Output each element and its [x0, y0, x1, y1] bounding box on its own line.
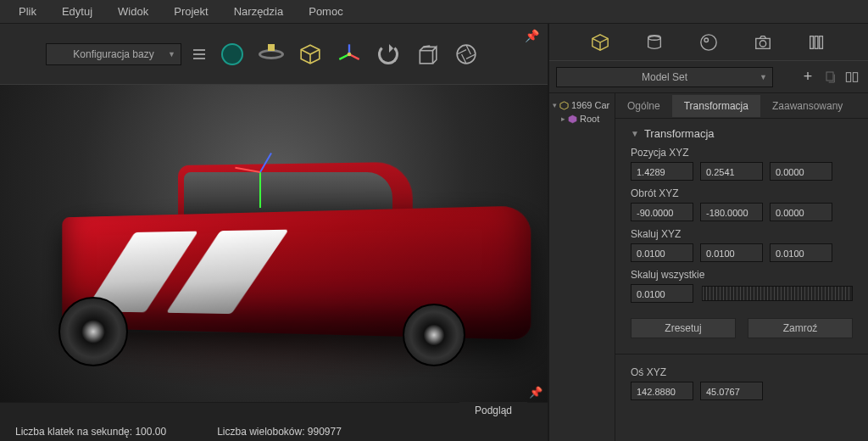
scale-y-input[interactable]: 0.0100 — [700, 243, 763, 262]
axis-x-input[interactable]: 142.8880 — [631, 382, 693, 400]
svg-point-9 — [760, 40, 765, 46]
scale-x-input[interactable]: 0.0100 — [631, 243, 693, 262]
camera-tab-icon[interactable] — [754, 33, 772, 52]
tree-label: Root — [580, 114, 599, 124]
base-config-label: Konfiguracja bazy — [73, 48, 153, 60]
svg-point-1 — [348, 52, 352, 56]
expand-icon[interactable]: ▸ — [561, 114, 565, 123]
scale-all-input[interactable]: 0.0100 — [631, 284, 693, 303]
menu-view[interactable]: Widok — [106, 2, 160, 21]
svg-marker-16 — [560, 101, 568, 109]
scale-label: Skaluj XYZ — [631, 228, 853, 240]
menu-tools[interactable]: Narzędzia — [222, 2, 296, 21]
menu-help[interactable]: Pomoc — [297, 2, 354, 21]
rotation-label: Obrót XYZ — [631, 187, 853, 199]
pin-icon[interactable]: 📌 — [529, 386, 542, 399]
add-icon[interactable]: + — [798, 68, 817, 87]
environment-tab-icon[interactable] — [699, 33, 718, 52]
tab-general[interactable]: Ogólne — [615, 95, 672, 117]
menu-file[interactable]: Plik — [7, 2, 48, 21]
svg-rect-11 — [815, 36, 818, 48]
menu-project[interactable]: Projekt — [162, 2, 220, 21]
svg-rect-12 — [820, 36, 823, 48]
material-tab-icon[interactable] — [645, 33, 664, 52]
model-tab-icon[interactable] — [591, 33, 609, 52]
position-label: Pozycja XYZ — [631, 147, 853, 159]
pos-x-input[interactable]: 1.4289 — [631, 162, 693, 181]
scale-all-label: Skaluj wszystkie — [631, 269, 853, 281]
chevron-down-icon: ▼ — [168, 50, 175, 59]
library-tab-icon[interactable] — [808, 33, 826, 52]
svg-rect-13 — [826, 72, 833, 81]
poly-counter: Liczba wieloboków: 990977 — [217, 426, 342, 438]
viewport-3d[interactable] — [0, 85, 548, 402]
chevron-down-icon: ▼ — [631, 129, 639, 138]
preview-tab[interactable]: Podgląd — [459, 402, 527, 419]
tree-label: 1969 Car — [571, 100, 609, 110]
cube-tool[interactable] — [295, 39, 326, 70]
base-config-dropdown[interactable]: Konfiguracja bazy ▼ — [46, 43, 181, 65]
model-set-dropdown[interactable]: Model Set ▼ — [556, 67, 773, 87]
properties-panel: Ogólne Transformacja Zaawansowany ▼ Tran… — [615, 93, 868, 441]
section-transform[interactable]: ▼ Transformacja — [631, 127, 853, 140]
scale-all-slider[interactable] — [702, 286, 853, 301]
axis-label: Oś XYZ — [631, 366, 853, 378]
rotate-tool[interactable] — [373, 39, 403, 70]
tree-item-root[interactable]: ▸ Root — [553, 112, 611, 126]
list-icon[interactable] — [190, 45, 209, 64]
split-icon[interactable] — [843, 68, 861, 87]
svg-rect-15 — [853, 72, 857, 81]
axis-y-input[interactable]: 45.0767 — [700, 382, 763, 400]
chevron-down-icon: ▼ — [760, 73, 767, 81]
section-label: Transformacja — [644, 127, 715, 140]
scale-z-input[interactable]: 0.0100 — [770, 243, 832, 262]
svg-marker-17 — [569, 114, 576, 122]
collapse-icon[interactable]: ▾ — [553, 101, 557, 109]
rot-z-input[interactable]: 0.0000 — [770, 203, 832, 221]
freeze-button[interactable]: Zamroź — [748, 318, 853, 338]
scene-tree: ▾ 1969 Car ▸ Root — [549, 93, 615, 441]
toolbar: Konfiguracja bazy ▼ — [0, 24, 548, 85]
fps-counter: Liczba klatek na sekundę: 100.00 — [15, 426, 166, 438]
status-bar: 📌 Podgląd Liczba klatek na sekundę: 100.… — [0, 402, 548, 441]
model-set-label: Model Set — [642, 71, 687, 83]
svg-point-3 — [457, 45, 476, 64]
pin-icon[interactable]: 📌 — [525, 29, 539, 42]
tab-advanced[interactable]: Zaawansowany — [760, 95, 854, 117]
ring-tool[interactable] — [256, 39, 287, 70]
right-tab-icons — [549, 24, 868, 61]
reset-button[interactable]: Zresetuj — [631, 318, 736, 338]
svg-rect-10 — [810, 36, 814, 48]
list-icon[interactable] — [776, 68, 795, 87]
open-cube-tool[interactable] — [412, 39, 442, 70]
pos-y-input[interactable]: 0.2541 — [700, 162, 763, 181]
tab-transform[interactable]: Transformacja — [672, 95, 760, 117]
car-model — [36, 146, 511, 366]
menubar: Plik Edytuj Widok Projekt Narzędzia Pomo… — [0, 0, 868, 24]
svg-point-6 — [701, 34, 716, 49]
rot-y-input[interactable]: -180.0000 — [700, 203, 763, 221]
pos-z-input[interactable]: 0.0000 — [770, 162, 832, 181]
model-set-row: Model Set ▼ + — [549, 61, 868, 93]
material-tool[interactable] — [217, 39, 248, 70]
svg-point-7 — [704, 37, 709, 42]
rot-x-input[interactable]: -90.0000 — [631, 203, 693, 221]
axis-tool[interactable] — [334, 39, 364, 70]
svg-rect-2 — [420, 50, 432, 63]
menu-edit[interactable]: Edytuj — [50, 2, 104, 21]
duplicate-icon[interactable] — [821, 68, 839, 87]
tree-item-car[interactable]: ▾ 1969 Car — [553, 98, 611, 112]
svg-rect-14 — [846, 72, 850, 81]
aperture-tool[interactable] — [451, 39, 481, 70]
